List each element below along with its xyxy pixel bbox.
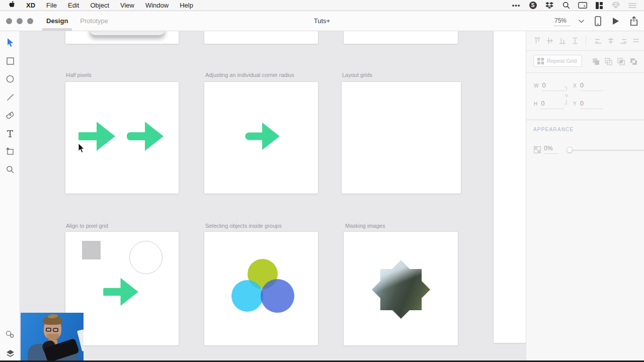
boolean-intersect-icon[interactable] [617, 57, 625, 65]
width-label: W [534, 83, 538, 88]
assets-tool[interactable] [0, 327, 20, 342]
share-icon[interactable] [630, 16, 638, 26]
artboard-partial-right[interactable] [494, 31, 526, 343]
gem-icon[interactable] [611, 1, 620, 10]
boolean-subtract-icon[interactable] [604, 57, 612, 65]
artboard-label[interactable]: Selecting objects inside groups [205, 223, 282, 229]
outline-circle-shape[interactable] [129, 241, 163, 274]
webcam-overlay [21, 313, 84, 362]
input-source-icon[interactable]: x [578, 1, 587, 10]
y-input[interactable]: 0 [580, 100, 603, 109]
svg-text:x: x [584, 4, 586, 8]
artboard-partial-top-2[interactable] [204, 31, 318, 44]
menu-view[interactable]: View [115, 0, 140, 11]
tab-design[interactable]: Design [45, 11, 69, 31]
height-label: H [534, 101, 537, 107]
artboard-layout-grids[interactable] [342, 82, 461, 194]
opacity-input[interactable]: 0% [544, 145, 558, 154]
mouse-cursor [78, 143, 85, 153]
artboard-label[interactable]: Half pixels [66, 72, 92, 78]
macos-menu-bar: XD File Edit Object View Window Help •••… [0, 0, 644, 11]
artboard-label[interactable]: Adjusting an individual corner radius [205, 72, 294, 78]
zoom-level-value[interactable]: 75% [553, 16, 571, 26]
align-left-icon[interactable] [594, 37, 602, 45]
artboard-partial-top-1[interactable] [65, 31, 179, 44]
panel-divider [526, 50, 644, 51]
x-input[interactable]: 0 [580, 81, 603, 91]
text-tool[interactable] [0, 126, 20, 141]
opacity-slider-track[interactable] [569, 150, 644, 151]
blue-circle-shape[interactable] [261, 279, 294, 313]
green-arrow-shape[interactable] [245, 121, 281, 152]
panel-divider [586, 35, 586, 46]
menu-help[interactable]: Help [174, 0, 199, 11]
align-top-icon[interactable] [533, 37, 541, 45]
layers-tool[interactable] [0, 346, 20, 361]
presenter-glasses [46, 328, 58, 332]
menu-object[interactable]: Object [85, 0, 115, 11]
list-icon[interactable] [628, 1, 637, 10]
distribute-vertical-icon[interactable] [571, 37, 579, 45]
tab-prototype[interactable]: Prototype [79, 11, 109, 31]
chevron-down-icon [579, 18, 584, 25]
star-masked-image[interactable] [372, 260, 430, 319]
search-icon[interactable] [561, 1, 571, 10]
window-close-button[interactable] [6, 18, 12, 24]
app-toolbar: Design Prototype Tuts+ 75% [0, 11, 644, 31]
menu-edit[interactable]: Edit [62, 0, 85, 11]
align-middle-icon[interactable] [546, 37, 554, 45]
green-arrow-shape[interactable] [103, 276, 140, 308]
window-zoom-button[interactable] [27, 18, 33, 24]
rectangle-tool[interactable] [0, 53, 20, 68]
properties-panel: Repeat Grid W 0 X 0 H 0 Y 0 [526, 31, 644, 362]
lock-aspect-ratio-icon[interactable] [562, 85, 569, 106]
window-minimize-button[interactable] [17, 18, 23, 24]
gray-square-shape[interactable] [82, 241, 101, 259]
skype-icon[interactable]: S [528, 1, 537, 10]
align-center-icon[interactable] [607, 37, 615, 45]
document-title: Tuts+ [314, 11, 330, 31]
cyan-circle-shape[interactable] [231, 280, 263, 312]
opacity-slider-knob[interactable] [567, 147, 573, 153]
y-label: Y [573, 101, 577, 107]
boolean-exclude-icon[interactable] [629, 57, 637, 65]
ellipse-tool[interactable] [0, 71, 20, 86]
apple-menu[interactable] [0, 0, 21, 11]
x-label: X [573, 83, 577, 88]
menu-xd[interactable]: XD [21, 0, 41, 11]
mode-tabs: Design Prototype [45, 11, 109, 31]
width-input[interactable]: 0 [542, 81, 565, 91]
pen-tool[interactable] [0, 108, 20, 123]
panel-divider [526, 72, 644, 73]
artboard-tool[interactable] [0, 144, 20, 159]
apple-icon [9, 1, 16, 10]
panel-divider [526, 120, 644, 120]
line-tool[interactable] [0, 89, 20, 105]
select-tool[interactable] [0, 35, 20, 50]
height-input[interactable]: 0 [541, 100, 564, 109]
window-layout-icon[interactable] [595, 1, 604, 10]
repeat-grid-button[interactable]: Repeat Grid [533, 55, 582, 67]
zoom-level-control[interactable]: 75% [553, 16, 584, 26]
window-controls[interactable] [6, 18, 33, 24]
device-preview-icon[interactable] [595, 16, 601, 26]
menu-file[interactable]: File [41, 0, 62, 11]
repeat-grid-icon [537, 58, 544, 64]
rounded-rect-shape[interactable] [90, 31, 165, 35]
artboard-partial-top-3[interactable] [344, 31, 458, 44]
artboard-label[interactable]: Layout grids [342, 72, 372, 78]
zoom-tool[interactable] [0, 162, 20, 177]
distribute-horizontal-icon[interactable] [632, 37, 640, 45]
align-bottom-icon[interactable] [558, 37, 567, 45]
play-preview-icon[interactable] [612, 17, 619, 25]
artboard-label[interactable]: Align to pixel grid [66, 223, 108, 229]
menu-window[interactable]: Window [140, 0, 174, 11]
boolean-add-icon[interactable] [592, 57, 600, 65]
align-right-icon[interactable] [619, 37, 627, 45]
tools-sidebar [0, 31, 20, 362]
green-arrow-shape[interactable] [127, 120, 165, 153]
opacity-checker-icon [533, 146, 541, 154]
more-ellipsis-icon[interactable]: ••• [512, 1, 521, 10]
dropbox-icon[interactable] [545, 1, 554, 10]
artboard-label[interactable]: Masking images [345, 223, 385, 229]
